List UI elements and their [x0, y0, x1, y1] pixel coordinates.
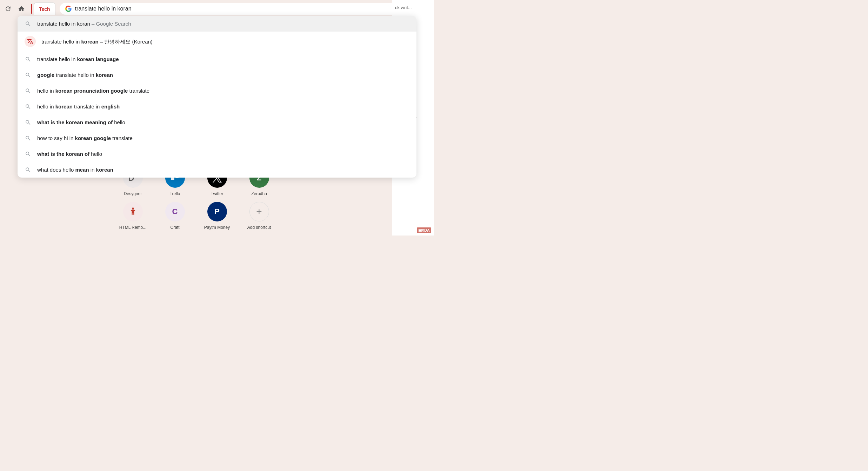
dropdown-item-6[interactable]: hello in korean translate in english — [18, 99, 416, 114]
dropdown-text-1: translate hello in koran – Google Search — [37, 20, 409, 27]
dropdown-item-8[interactable]: how to say hi in korean google translate — [18, 130, 416, 146]
search-icon-9 — [25, 151, 32, 158]
dropdown-item-5[interactable]: hello in korean pronunciation google tra… — [18, 83, 416, 99]
top-bar: Tech translate hello in koran — [0, 0, 434, 18]
search-icon-1 — [25, 20, 32, 27]
html-remover-icon — [123, 202, 143, 221]
desygner-label: Desygner — [124, 191, 142, 196]
shortcut-craft[interactable]: C Craft — [161, 202, 189, 230]
add-shortcut-label: Add shortcut — [247, 225, 271, 230]
dropdown-item-3[interactable]: translate hello in korean language — [18, 51, 416, 67]
shortcut-html-remover[interactable]: HTML Remo... — [119, 202, 147, 230]
dropdown-text-10: what does hello mean in korean — [37, 166, 409, 173]
search-icon-7 — [25, 119, 32, 126]
dropdown-item-1[interactable]: translate hello in koran – Google Search — [18, 16, 416, 32]
craft-label: Craft — [170, 225, 179, 230]
dropdown-item-4[interactable]: google translate hello in korean — [18, 67, 416, 83]
home-button[interactable] — [16, 4, 27, 14]
dropdown-text-3: translate hello in korean language — [37, 55, 409, 63]
dropdown-text-9: what is the korean of hello — [37, 150, 409, 158]
dropdown-item-9[interactable]: what is the korean of hello — [18, 146, 416, 162]
html-remover-label: HTML Remo... — [119, 225, 147, 230]
sidebar-text-1: ck writ... — [395, 4, 431, 12]
search-icon-5 — [25, 87, 32, 94]
search-query-text: translate hello in koran — [75, 6, 132, 12]
search-bar[interactable]: translate hello in koran — [60, 3, 431, 15]
search-icon-6 — [25, 103, 32, 110]
dropdown-item-2[interactable]: translate hello in korean – 안녕하세요 (Korea… — [18, 32, 416, 51]
dropdown-item-10[interactable]: what does hello mean in korean — [18, 162, 416, 178]
dropdown-text-8: how to say hi in korean google translate — [37, 134, 409, 142]
dropdown-item-7[interactable]: what is the korean meaning of hello — [18, 114, 416, 130]
add-shortcut-icon: + — [249, 202, 269, 221]
dropdown-text-2: translate hello in korean – 안녕하세요 (Korea… — [41, 38, 409, 45]
svg-point-7 — [132, 207, 134, 209]
trello-label: Trello — [170, 191, 180, 196]
twitter-label: Twitter — [211, 191, 223, 196]
dropdown-text-5: hello in korean pronunciation google tra… — [37, 87, 409, 94]
dropdown-text-6: hello in korean translate in english — [37, 103, 409, 110]
tab-tech[interactable]: Tech — [34, 2, 55, 15]
search-dropdown: translate hello in koran – Google Search… — [18, 16, 416, 178]
xda-watermark: ▣XDA — [417, 228, 431, 233]
search-icon-10 — [25, 166, 32, 173]
dropdown-text-4: google translate hello in korean — [37, 71, 409, 79]
paytm-icon: P — [207, 202, 227, 221]
dropdown-text-7: what is the korean meaning of hello — [37, 119, 409, 126]
search-icon-4 — [25, 72, 32, 79]
translate-icon — [25, 36, 36, 47]
shortcut-paytm[interactable]: P Paytm Money — [203, 202, 231, 230]
search-icon-3 — [25, 56, 32, 63]
zerodha-label: Zerodha — [251, 191, 267, 196]
craft-icon: C — [165, 202, 185, 221]
shortcut-add[interactable]: + Add shortcut — [245, 202, 273, 230]
search-icon-8 — [25, 135, 32, 142]
paytm-label: Paytm Money — [204, 225, 230, 230]
shortcuts-row-2: HTML Remo... C Craft P Paytm Money + Add… — [11, 202, 381, 230]
reload-button[interactable] — [3, 4, 13, 14]
